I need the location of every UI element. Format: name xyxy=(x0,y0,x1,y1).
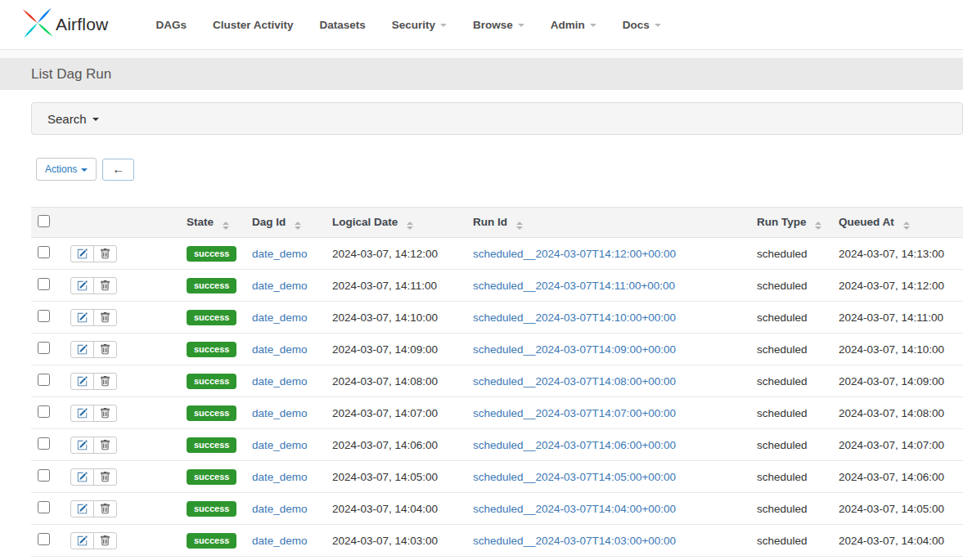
column-header-dag-id[interactable]: Dag Id xyxy=(244,208,324,238)
dag-id-link[interactable]: date_demo xyxy=(252,375,308,388)
nav-item-dags[interactable]: DAGs xyxy=(142,19,200,31)
row-checkbox[interactable] xyxy=(38,533,50,545)
dag-id-link[interactable]: date_demo xyxy=(252,280,308,292)
delete-button[interactable] xyxy=(93,341,117,358)
dag-id-link[interactable]: date_demo xyxy=(252,439,308,451)
delete-button[interactable] xyxy=(93,437,117,454)
nav-item-browse[interactable]: Browse xyxy=(460,19,538,31)
row-actions-cell xyxy=(62,525,178,557)
status-badge: success xyxy=(187,533,236,549)
delete-button[interactable] xyxy=(93,468,117,486)
nav-item-security[interactable]: Security xyxy=(379,19,460,31)
dag-id-link[interactable]: date_demo xyxy=(252,248,308,260)
edit-button[interactable] xyxy=(70,341,94,358)
status-badge: success xyxy=(187,501,236,517)
row-checkbox[interactable] xyxy=(38,469,50,482)
nav-item-docs[interactable]: Docs xyxy=(610,19,674,31)
sort-icon xyxy=(903,222,910,230)
run-id-link[interactable]: scheduled__2024-03-07T14:03:00+00:00 xyxy=(473,535,676,547)
sort-icon xyxy=(407,222,413,230)
delete-button[interactable] xyxy=(93,277,117,294)
dag-id-link[interactable]: date_demo xyxy=(252,471,308,483)
row-checkbox[interactable] xyxy=(38,437,50,450)
page-title: List Dag Run xyxy=(31,66,111,83)
state-cell: success xyxy=(178,302,244,334)
dag-id-link[interactable]: date_demo xyxy=(252,503,308,515)
row-checkbox[interactable] xyxy=(38,278,50,290)
edit-button[interactable] xyxy=(70,373,94,390)
actions-dropdown-button[interactable]: Actions xyxy=(36,158,97,181)
nav-item-datasets[interactable]: Datasets xyxy=(306,19,378,31)
edit-button[interactable] xyxy=(70,532,94,549)
column-header-run-id[interactable]: Run Id xyxy=(465,208,749,238)
run-id-link[interactable]: scheduled__2024-03-07T14:09:00+00:00 xyxy=(473,343,676,356)
column-header-run-type[interactable]: Run Type xyxy=(749,208,830,238)
select-all-checkbox[interactable] xyxy=(38,215,50,227)
column-header-queued-at[interactable]: Queued At xyxy=(830,208,963,238)
run-id-link[interactable]: scheduled__2024-03-07T14:06:00+00:00 xyxy=(473,439,676,451)
run-id-cell: scheduled__2024-03-07T14:03:00+00:00 xyxy=(465,525,749,557)
row-checkbox[interactable] xyxy=(38,501,50,513)
edit-icon xyxy=(77,344,88,355)
column-header-logical-date[interactable]: Logical Date xyxy=(324,208,465,238)
delete-button[interactable] xyxy=(93,309,117,326)
run-id-link[interactable]: scheduled__2024-03-07T14:07:00+00:00 xyxy=(473,407,676,419)
delete-button[interactable] xyxy=(93,245,117,262)
table-row: success date_demo 2024-03-07, 14:11:00 s… xyxy=(31,270,963,302)
delete-button[interactable] xyxy=(93,500,117,517)
row-checkbox[interactable] xyxy=(38,246,50,258)
state-cell: success xyxy=(178,461,244,493)
edit-button[interactable] xyxy=(70,468,94,486)
airflow-logo-icon xyxy=(21,7,54,43)
edit-button[interactable] xyxy=(70,245,94,262)
back-button[interactable]: ← xyxy=(102,159,134,181)
run-id-link[interactable]: scheduled__2024-03-07T14:10:00+00:00 xyxy=(473,311,676,324)
queued-at-cell: 2024-03-07, 14:12:00 xyxy=(830,270,963,302)
column-label: State xyxy=(187,216,214,228)
dag-run-table: State Dag Id Logical Date Run Id Run Typ… xyxy=(31,207,963,557)
dag-id-link[interactable]: date_demo xyxy=(252,535,308,547)
delete-button[interactable] xyxy=(93,373,117,390)
row-actions-cell xyxy=(62,270,178,302)
dag-id-link[interactable]: date_demo xyxy=(252,343,308,356)
row-actions-cell xyxy=(62,461,178,493)
row-checkbox[interactable] xyxy=(38,374,50,386)
chevron-down-icon xyxy=(590,24,596,27)
edit-button[interactable] xyxy=(70,277,94,294)
dag-id-link[interactable]: date_demo xyxy=(252,407,308,419)
top-navbar: Airflow DAGs Cluster Activity Datasets S… xyxy=(0,0,963,50)
nav-item-admin[interactable]: Admin xyxy=(538,19,610,31)
dag-id-cell: date_demo xyxy=(244,270,324,302)
edit-button[interactable] xyxy=(70,437,94,454)
delete-button[interactable] xyxy=(93,405,117,422)
run-id-link[interactable]: scheduled__2024-03-07T14:12:00+00:00 xyxy=(473,248,676,260)
nav-item-cluster-activity[interactable]: Cluster Activity xyxy=(200,19,307,31)
airflow-brand[interactable]: Airflow xyxy=(21,7,108,43)
run-id-link[interactable]: scheduled__2024-03-07T14:08:00+00:00 xyxy=(473,375,676,388)
column-header-state[interactable]: State xyxy=(178,208,244,238)
edit-button[interactable] xyxy=(70,500,94,517)
row-actions-cell xyxy=(62,493,178,525)
edit-icon xyxy=(77,280,88,291)
delete-button[interactable] xyxy=(93,532,117,549)
row-actions-cell xyxy=(62,397,178,429)
nav-item-label: Admin xyxy=(551,19,585,31)
run-id-link[interactable]: scheduled__2024-03-07T14:11:00+00:00 xyxy=(473,280,675,292)
run-id-link[interactable]: scheduled__2024-03-07T14:04:00+00:00 xyxy=(473,503,676,515)
state-cell: success xyxy=(178,493,244,525)
search-panel[interactable]: Search xyxy=(31,102,963,135)
run-type-cell: scheduled xyxy=(749,365,830,397)
edit-icon xyxy=(77,408,88,419)
queued-at-cell: 2024-03-07, 14:09:00 xyxy=(830,365,963,397)
row-checkbox[interactable] xyxy=(38,342,50,354)
dag-id-link[interactable]: date_demo xyxy=(252,311,308,324)
edit-button[interactable] xyxy=(70,309,94,326)
run-id-cell: scheduled__2024-03-07T14:10:00+00:00 xyxy=(465,302,749,334)
run-id-link[interactable]: scheduled__2024-03-07T14:05:00+00:00 xyxy=(473,471,676,483)
status-badge: success xyxy=(187,310,236,325)
row-checkbox[interactable] xyxy=(38,405,50,418)
table-row: success date_demo 2024-03-07, 14:06:00 s… xyxy=(31,429,963,461)
row-checkbox[interactable] xyxy=(38,310,50,322)
edit-button[interactable] xyxy=(70,405,94,422)
logical-date-cell: 2024-03-07, 14:05:00 xyxy=(324,461,465,493)
